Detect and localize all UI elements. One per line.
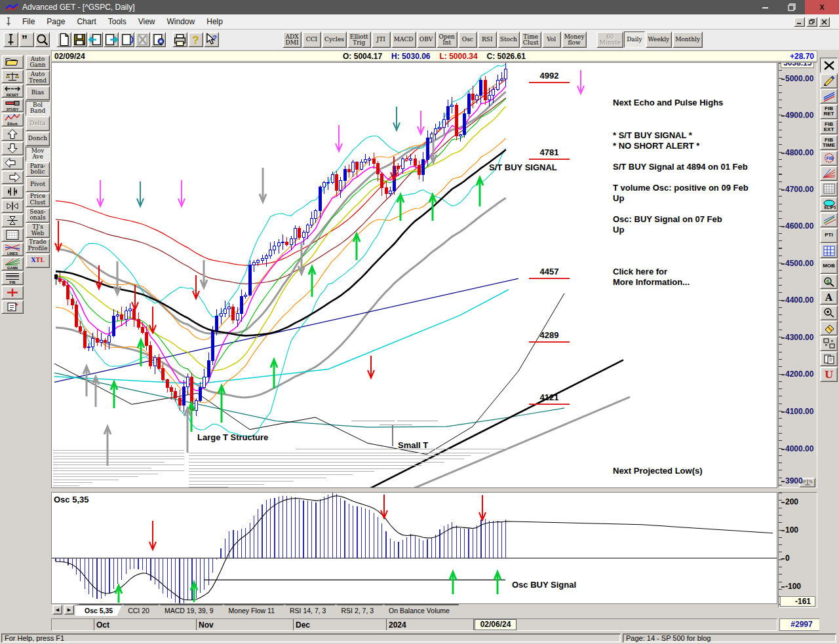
tab-rsi-2-7-3[interactable]: RSI 2, 7, 3	[332, 605, 383, 616]
tab-money-flow-11[interactable]: Money Flow 11	[220, 605, 284, 616]
more-information-link[interactable]: More Information...	[613, 277, 690, 287]
fib-ret-button[interactable]: FIB RET	[820, 104, 838, 119]
page-edit-button[interactable]	[1, 300, 24, 314]
menu-page[interactable]: Page	[41, 15, 71, 28]
study-auto-gann[interactable]: Auto Gann	[26, 55, 50, 70]
indicator-money-flow[interactable]: Money flow	[562, 31, 587, 48]
study-trade-profile[interactable]: Trade Profile	[26, 238, 50, 254]
delete-x-button[interactable]	[820, 58, 838, 73]
menu-help[interactable]: Help	[201, 15, 229, 28]
tab-osc-5-35[interactable]: Osc 5,35	[75, 605, 122, 616]
indicator-rsi[interactable]: RSI	[478, 31, 497, 48]
quotes-button[interactable]: ”	[19, 32, 34, 47]
page-forward-button[interactable]	[104, 32, 119, 47]
save-button[interactable]	[72, 32, 87, 47]
text-a-button[interactable]: A	[820, 290, 838, 305]
study-mov-ave[interactable]: Mov Ave	[26, 147, 50, 162]
help-button[interactable]: ?	[188, 32, 203, 47]
study-para--bolic[interactable]: Para- bolic	[26, 162, 50, 177]
indicator-jti[interactable]: JTI	[372, 31, 391, 48]
tab-scroll-right-button[interactable]: ▶	[64, 605, 74, 615]
red-cross-button[interactable]	[1, 286, 24, 299]
context-help-button[interactable]: ?	[204, 32, 219, 47]
fib-circle-button[interactable]: FIB	[820, 151, 838, 166]
ellipse-button[interactable]: ELiPS	[820, 197, 838, 212]
eraser-button[interactable]	[820, 320, 838, 335]
page-refresh-button[interactable]	[119, 32, 134, 47]
arrow-down-button[interactable]	[1, 142, 24, 155]
price-axis[interactable]: 5038.15 5000.004900.004800.004700.004600…	[778, 62, 817, 488]
page-delete-button[interactable]	[135, 32, 150, 47]
lines-button[interactable]: LINES	[1, 242, 24, 256]
menu-window[interactable]: Window	[161, 15, 201, 28]
regression-button[interactable]	[820, 212, 838, 227]
expand-grid-button[interactable]	[820, 336, 838, 351]
tab-macd-19-39-9[interactable]: MACD 19, 39, 9	[155, 605, 223, 616]
pages-button[interactable]	[820, 351, 838, 366]
bar-compare-button[interactable]	[1, 185, 24, 199]
study-delta[interactable]: Delta	[26, 116, 50, 131]
new-page-button[interactable]	[56, 32, 71, 47]
magnifier-button[interactable]	[35, 32, 50, 47]
arrow-up-button[interactable]	[1, 127, 24, 141]
pencil-button[interactable]	[820, 73, 838, 88]
indicator-elliott-trig[interactable]: Elliott Trig	[347, 31, 371, 48]
indicator-cci[interactable]: CCI	[302, 31, 321, 48]
timeframe-daily[interactable]: Daily	[624, 31, 644, 48]
minimize-button[interactable]	[752, 0, 779, 14]
parallel-lines-button[interactable]	[820, 88, 838, 104]
indicator-open-int[interactable]: Open Int	[437, 31, 458, 48]
reset-button[interactable]: RESET	[1, 84, 24, 98]
timeframe-monthly[interactable]: Monthly	[673, 31, 703, 48]
tab-on-balance-volume[interactable]: On Balance Volume	[380, 605, 459, 616]
indicator-osc[interactable]: Osc	[458, 31, 477, 48]
fan-lines-button[interactable]	[820, 166, 838, 181]
study-xtl[interactable]: XTL	[26, 254, 50, 269]
close-button[interactable]: X	[805, 0, 839, 14]
tab-rsi-14-7-3[interactable]: RSI 14, 7, 3	[281, 605, 335, 616]
study-price-clust[interactable]: Price Clust	[26, 193, 50, 208]
timeframe-60-minute[interactable]: 60 Minute	[596, 31, 623, 48]
indicator-obv[interactable]: OBV	[417, 31, 436, 48]
elliott-button[interactable]: Elliott	[1, 113, 24, 126]
expand-h-button[interactable]	[1, 199, 24, 213]
search-profit-button[interactable]: $	[820, 274, 838, 289]
study-button[interactable]: STUDY	[1, 98, 24, 112]
mob-button[interactable]: MOB	[820, 259, 838, 274]
price-chart[interactable]: 49924781445742894121Next Echo and Pulse …	[51, 62, 777, 488]
study-bias[interactable]: Bias	[26, 86, 50, 101]
menu-chart[interactable]: Chart	[71, 15, 102, 28]
arrow-right-button[interactable]	[1, 170, 24, 184]
grid-button[interactable]	[820, 181, 838, 197]
study-donch[interactable]: Donch	[26, 132, 50, 147]
pti-button[interactable]: PTI	[820, 228, 838, 243]
timeframe-weekly[interactable]: Weekly	[646, 31, 673, 48]
fib-time-button[interactable]: FIB TIME	[820, 135, 838, 150]
indicator-cycles[interactable]: Cycles	[322, 31, 347, 48]
indicator-time-clust[interactable]: Time Clust	[520, 31, 541, 48]
page-gear-button[interactable]	[151, 32, 166, 47]
magnet-u-button[interactable]: U	[820, 367, 838, 382]
arrow-left-button[interactable]	[1, 156, 24, 170]
page-back-button[interactable]	[88, 32, 103, 47]
child-restore-button[interactable]	[806, 17, 817, 27]
gann-button[interactable]: GANN	[1, 257, 24, 271]
restore-button[interactable]	[779, 0, 805, 14]
study-pivot[interactable]: Pivot	[26, 177, 50, 192]
menu-tools[interactable]: Tools	[102, 15, 132, 28]
indicator-macd[interactable]: MACD	[391, 31, 416, 48]
print-button[interactable]	[172, 32, 187, 47]
child-minimize-button[interactable]	[794, 17, 805, 27]
zoom-in-button[interactable]	[820, 305, 838, 320]
compress-v-button[interactable]	[1, 214, 24, 227]
indicator-adx-dmi[interactable]: ADX DMI	[283, 31, 302, 48]
fib-button[interactable]: FIB	[1, 271, 24, 285]
grid-blue-button[interactable]	[820, 243, 838, 258]
pin-button[interactable]	[3, 32, 18, 47]
menu-file[interactable]: File	[16, 15, 41, 28]
child-close-button[interactable]	[819, 17, 830, 27]
tab-scroll-left-button[interactable]: ◀	[52, 605, 62, 615]
grid-dots-button[interactable]	[1, 228, 24, 242]
study-bol-band[interactable]: Bol Band	[26, 101, 50, 116]
open-folder-button[interactable]	[1, 55, 24, 69]
